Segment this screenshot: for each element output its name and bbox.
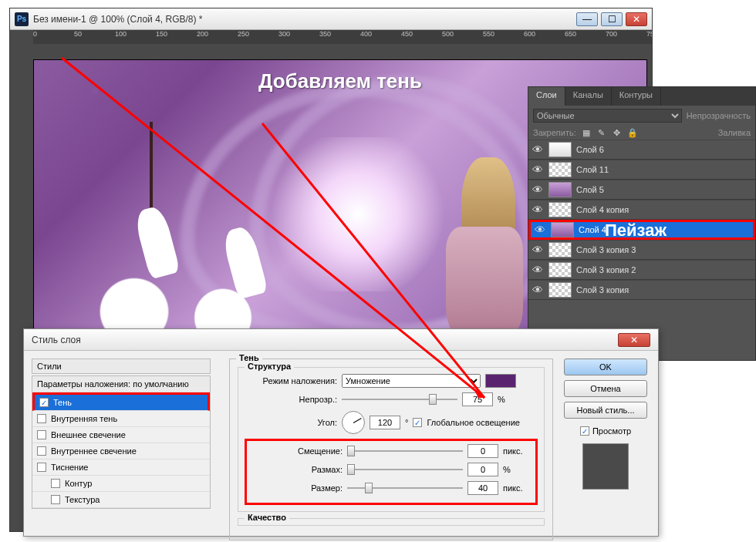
size-slider[interactable] xyxy=(347,483,463,493)
annotation-title: Добавляем тень xyxy=(258,69,422,93)
lock-move-icon[interactable]: ✥ xyxy=(612,127,623,138)
dialog-titlebar: Стиль слоя ✕ xyxy=(24,329,658,351)
layers-panel: Слои Каналы Контуры Обычные Непрозрачнос… xyxy=(528,86,756,361)
layer-row[interactable]: 👁Слой 11 xyxy=(528,160,755,180)
styles-header: Стили xyxy=(32,359,211,374)
layer-row[interactable]: 👁Слой 6 xyxy=(528,140,755,160)
preview-checkbox[interactable]: ✓ xyxy=(580,426,589,436)
size-input[interactable] xyxy=(467,481,498,495)
distance-spread-size-group: Смещение: пикс. Размах: % Размер xyxy=(245,439,538,505)
blend-mode-row: Режим наложения: Умножение xyxy=(245,374,538,388)
opacity-input[interactable] xyxy=(462,392,493,406)
visibility-eye-icon[interactable]: 👁 xyxy=(532,284,544,296)
distance-slider[interactable] xyxy=(347,446,463,456)
ruler-tick: 750 xyxy=(646,30,652,38)
shadow-color-swatch[interactable] xyxy=(485,374,516,388)
titlebar: Ps Без имени-1 @ 100% (Слой 4, RGB/8) * … xyxy=(10,8,652,30)
style-item[interactable]: Внутренняя тень xyxy=(32,411,210,427)
style-item[interactable]: Контур xyxy=(32,476,210,492)
new-style-button[interactable]: Новый стиль... xyxy=(564,402,647,419)
photoshop-icon: Ps xyxy=(15,12,29,26)
structure-groupbox: Структура Режим наложения: Умножение Неп… xyxy=(238,367,545,512)
opacity-slider[interactable] xyxy=(342,394,457,405)
ruler-tick: 100 xyxy=(115,30,127,38)
style-checkbox[interactable] xyxy=(37,463,46,472)
ruler-tick: 450 xyxy=(401,30,413,38)
style-item[interactable]: Тиснение xyxy=(32,460,210,476)
styles-column: Стили Параметры наложения: по умолчанию✓… xyxy=(32,359,211,528)
close-button[interactable]: ✕ xyxy=(626,12,647,26)
style-checkbox[interactable] xyxy=(51,495,60,504)
layer-row[interactable]: 👁Слой 3 копия xyxy=(528,280,755,300)
tab-paths[interactable]: Контуры xyxy=(612,87,661,106)
blend-mode-select[interactable]: Обычные xyxy=(533,109,682,123)
style-label: Контур xyxy=(65,479,92,488)
style-checkbox[interactable] xyxy=(51,479,60,488)
dialog-title: Стиль слоя xyxy=(32,335,81,345)
visibility-eye-icon[interactable]: 👁 xyxy=(532,264,544,276)
layer-row[interactable]: 👁Слой 4 копия xyxy=(528,200,755,220)
quality-groupbox: Качество xyxy=(238,518,545,526)
ruler-tick: 150 xyxy=(156,30,167,38)
layer-thumbnail xyxy=(548,202,572,217)
lock-all-icon[interactable]: 🔒 xyxy=(627,127,638,138)
layer-row[interactable]: 👁Слой 5 xyxy=(528,180,755,200)
layer-thumbnail xyxy=(548,282,572,298)
angle-row: Угол: ° ✓ Глобальное освещение xyxy=(245,411,538,434)
blend-mode-select[interactable]: Умножение xyxy=(342,374,481,388)
visibility-eye-icon[interactable]: 👁 xyxy=(532,163,544,176)
layer-row[interactable]: 👁Слой 3 копия 3 xyxy=(528,240,755,260)
tab-channels[interactable]: Каналы xyxy=(565,87,612,106)
ruler-tick: 350 xyxy=(319,30,331,38)
spread-row: Размах: % xyxy=(250,463,532,476)
style-checkbox[interactable]: ✓ xyxy=(39,398,49,407)
distance-input[interactable] xyxy=(467,444,498,458)
style-item[interactable]: Внутреннее свечение xyxy=(32,443,210,460)
angle-input[interactable] xyxy=(370,416,400,429)
cancel-button[interactable]: Отмена xyxy=(564,380,647,397)
ruler-tick: 0 xyxy=(33,30,37,38)
style-item[interactable]: Текстура xyxy=(32,492,210,508)
layer-thumbnail xyxy=(548,262,572,278)
visibility-eye-icon[interactable]: 👁 xyxy=(532,183,544,196)
style-checkbox[interactable] xyxy=(37,430,46,439)
maximize-button[interactable]: ☐ xyxy=(601,12,623,26)
global-light-checkbox[interactable]: ✓ xyxy=(413,418,422,427)
properties-column: Тень Структура Режим наложения: Умножени… xyxy=(218,359,553,528)
lock-transparent-icon[interactable]: ▦ xyxy=(581,127,592,138)
spread-slider[interactable] xyxy=(347,464,463,475)
minimize-button[interactable]: — xyxy=(576,12,598,26)
style-item[interactable]: Внешнее свечение xyxy=(32,427,210,443)
style-label: Внешнее свечение xyxy=(51,430,126,439)
ruler-tick: 200 xyxy=(197,30,208,38)
visibility-eye-icon[interactable]: 👁 xyxy=(532,244,544,256)
spread-input[interactable] xyxy=(467,463,498,476)
visibility-eye-icon[interactable]: 👁 xyxy=(534,224,546,236)
style-item[interactable]: Параметры наложения: по умолчанию xyxy=(32,376,210,392)
style-item[interactable]: ✓Тень xyxy=(32,392,210,411)
layer-thumbnail xyxy=(548,182,572,197)
lock-brush-icon[interactable]: ✎ xyxy=(596,127,607,138)
layer-name-label: Слой 4 копия xyxy=(576,205,629,214)
tab-layers[interactable]: Слои xyxy=(528,87,565,106)
layer-thumbnail xyxy=(551,222,574,237)
angle-dial[interactable] xyxy=(342,411,365,434)
style-checkbox[interactable] xyxy=(37,414,46,423)
layer-thumbnail xyxy=(548,142,572,157)
layer-thumbnail xyxy=(548,162,572,177)
visibility-eye-icon[interactable]: 👁 xyxy=(532,204,544,216)
layer-name-label: Слой 3 копия 3 xyxy=(576,245,636,254)
layer-row[interactable]: 👁Слой 4Пейзаж xyxy=(528,220,755,240)
style-checkbox[interactable] xyxy=(37,446,46,456)
size-row: Размер: пикс. xyxy=(250,481,532,495)
dialog-close-button[interactable]: ✕ xyxy=(618,333,650,347)
visibility-eye-icon[interactable]: 👁 xyxy=(532,143,544,156)
dialog-buttons: OK Отмена Новый стиль... ✓ Просмотр xyxy=(561,359,650,528)
layer-row[interactable]: 👁Слой 3 копия 2 xyxy=(528,260,755,280)
window-title: Без имени-1 @ 100% (Слой 4, RGB/8) * xyxy=(33,14,576,25)
opacity-label: Непрозрачность xyxy=(687,111,751,120)
ok-button[interactable]: OK xyxy=(564,359,647,375)
style-label: Параметры наложения: по умолчанию xyxy=(37,379,189,389)
layer-style-dialog: Стиль слоя ✕ Стили Параметры наложения: … xyxy=(23,328,659,537)
shadow-groupbox: Тень Структура Режим наложения: Умножени… xyxy=(229,359,553,540)
